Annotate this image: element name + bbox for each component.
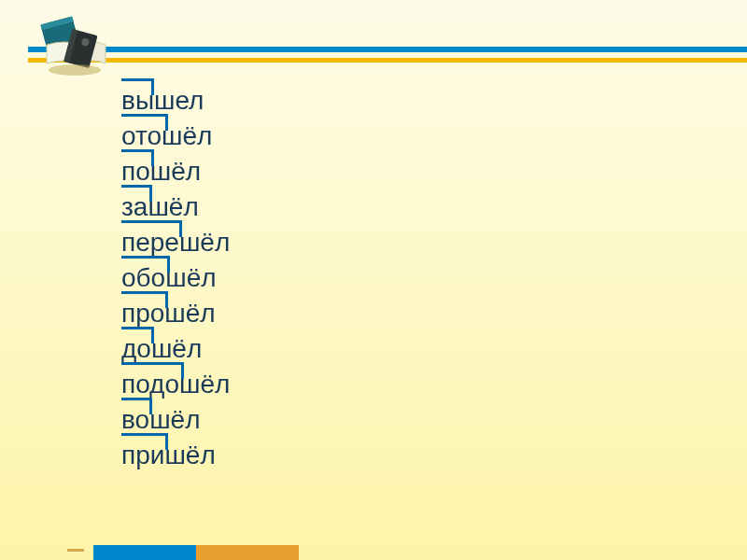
prefix-mark bbox=[121, 114, 168, 131]
bottom-accent-blue bbox=[93, 545, 196, 560]
prefix-mark bbox=[121, 149, 154, 166]
top-border-yellow bbox=[28, 58, 747, 63]
top-border-blue bbox=[28, 47, 747, 52]
word-list: вышелотошёлпошёлзашёлперешёлобошёлпрошёл… bbox=[121, 84, 230, 474]
prefix-mark bbox=[121, 362, 184, 379]
word-item: пришёл bbox=[121, 439, 230, 473]
prefix-mark bbox=[121, 220, 182, 237]
svg-point-6 bbox=[49, 64, 101, 76]
prefix-mark bbox=[121, 433, 168, 450]
prefix-mark bbox=[121, 78, 154, 95]
prefix-mark bbox=[121, 327, 154, 343]
prefix-mark bbox=[121, 185, 152, 202]
left-tick-accent bbox=[67, 549, 84, 552]
bottom-accent bbox=[93, 545, 299, 560]
books-icon bbox=[33, 9, 112, 79]
prefix-mark bbox=[121, 291, 168, 308]
prefix-mark bbox=[121, 398, 152, 414]
bottom-accent-orange bbox=[196, 545, 299, 560]
prefix-mark bbox=[121, 256, 170, 273]
